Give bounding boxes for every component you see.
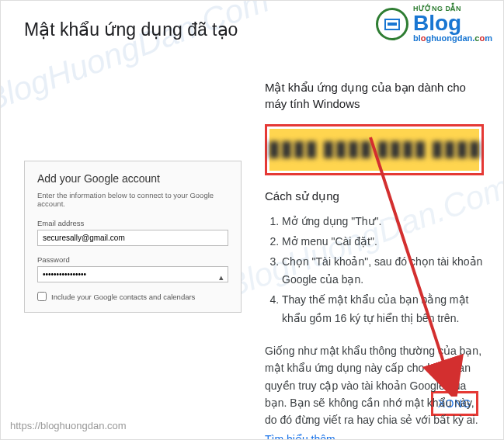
learn-more-link[interactable]: Tìm hiểu thêm xyxy=(265,433,335,440)
password-field[interactable] xyxy=(37,266,228,282)
email-label: Email address xyxy=(37,219,228,227)
checkbox-label: Include your Google contacts and calenda… xyxy=(51,293,195,301)
footer-url: https://bloghuongdan.com xyxy=(10,420,127,431)
generated-password-box xyxy=(265,124,484,175)
password-label: Password xyxy=(37,255,228,264)
include-contacts-checkbox[interactable] xyxy=(37,292,47,301)
info-paragraph: Giống như mật khẩu thông thường của bạn,… xyxy=(265,342,484,429)
logo-url: bloghuongdan.com xyxy=(413,34,492,43)
watermark-logo: HƯỚNG DẪN Blog bloghuongdan.com xyxy=(376,5,492,43)
how-to-heading: Cách sử dụng xyxy=(265,189,484,203)
panel-subtitle: Enter the information below to connect t… xyxy=(37,191,228,208)
step-item: Mở menu "Cài đặt". xyxy=(282,233,484,251)
email-field[interactable] xyxy=(37,230,228,246)
globe-icon xyxy=(376,8,408,40)
google-account-panel: Add your Google account Enter the inform… xyxy=(24,161,242,313)
app-password-heading: Mật khẩu ứng dụng của bạn dành cho máy t… xyxy=(265,79,484,112)
generated-password xyxy=(269,129,479,171)
step-item: Mở ứng dụng "Thư". xyxy=(282,213,484,231)
step-item: Chọn "Tài khoản", sau đó chọn tài khoản … xyxy=(282,253,484,290)
steps-list: Mở ứng dụng "Thư". Mở menu "Cài đặt". Ch… xyxy=(265,213,484,328)
logo-big-text: Blog xyxy=(413,12,492,34)
step-item: Thay thế mật khẩu của bạn bằng mật khẩu … xyxy=(282,291,484,328)
toggle-password-icon[interactable]: ▴ xyxy=(219,272,224,282)
panel-heading: Add your Google account xyxy=(37,172,228,185)
